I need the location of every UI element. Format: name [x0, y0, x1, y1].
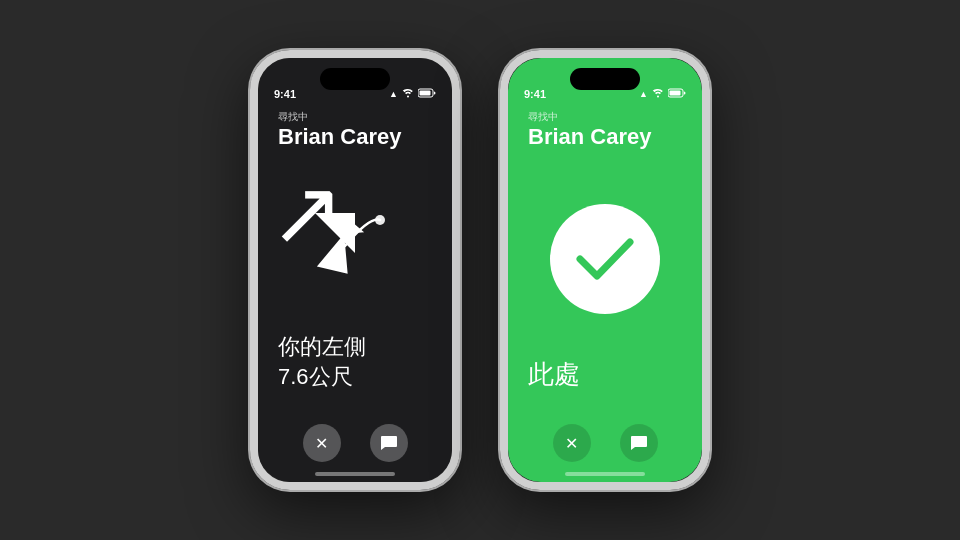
dynamic-island-right — [570, 68, 640, 90]
label-right: 尋找中 — [528, 110, 652, 124]
phone-dark: 9:41 ▲ — [250, 50, 460, 490]
phone-green: 9:41 ▲ — [500, 50, 710, 490]
home-indicator-right — [565, 472, 645, 476]
signal-icon-right: ▲ — [639, 89, 648, 99]
message-button-left[interactable] — [370, 424, 408, 462]
header-left: 尋找中 Brian Carey — [278, 110, 402, 150]
name-right: Brian Carey — [528, 124, 652, 150]
arrow-direction: ↖ — [290, 178, 420, 312]
status-icons-right: ▲ — [639, 88, 686, 100]
message-button-right[interactable] — [620, 424, 658, 462]
battery-icon-left — [418, 88, 436, 100]
phones-container: 9:41 ▲ — [250, 50, 710, 490]
wifi-icon-right — [652, 88, 664, 100]
time-right: 9:41 — [524, 88, 546, 100]
svg-rect-1 — [420, 91, 431, 96]
name-left: Brian Carey — [278, 124, 402, 150]
home-indicator-left — [315, 472, 395, 476]
phone-dark-screen: 9:41 ▲ — [258, 58, 452, 482]
bottom-buttons-left: ✕ — [258, 424, 452, 462]
distance-section: 你的左側 7.6公尺 — [278, 332, 366, 392]
direction-text: 你的左側 — [278, 332, 366, 362]
distance-value: 7.6公尺 — [278, 362, 366, 392]
check-circle — [550, 204, 660, 314]
status-icons-left: ▲ — [389, 88, 436, 100]
signal-icon-left: ▲ — [389, 89, 398, 99]
label-left: 尋找中 — [278, 110, 402, 124]
bottom-buttons-right: ✕ — [508, 424, 702, 462]
here-text: 此處 — [528, 357, 580, 392]
dynamic-island-left — [320, 68, 390, 90]
wifi-icon-left — [402, 88, 414, 100]
header-right: 尋找中 Brian Carey — [528, 110, 652, 150]
close-button-left[interactable]: ✕ — [303, 424, 341, 462]
battery-icon-right — [668, 88, 686, 100]
close-button-right[interactable]: ✕ — [553, 424, 591, 462]
phone-green-screen: 9:41 ▲ — [508, 58, 702, 482]
time-left: 9:41 — [274, 88, 296, 100]
svg-rect-6 — [670, 91, 681, 96]
